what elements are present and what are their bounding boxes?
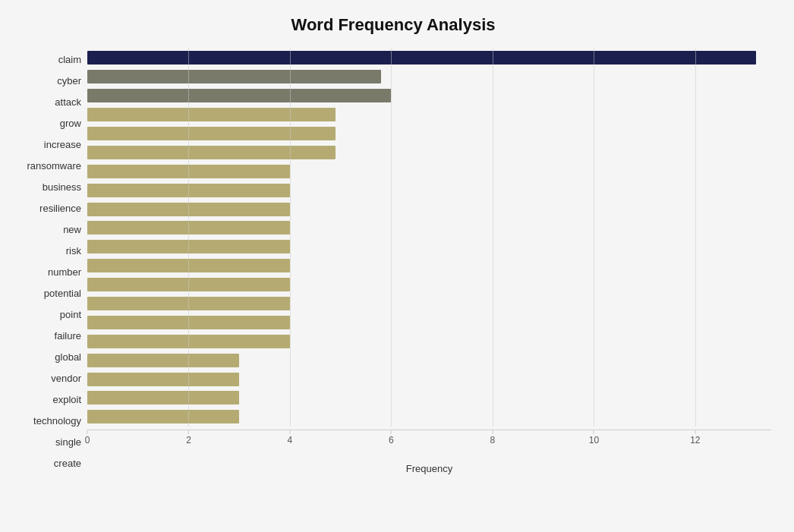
- bar: [87, 70, 381, 83]
- x-tick-line: [492, 430, 493, 434]
- grid-line: [290, 49, 291, 427]
- bar: [87, 203, 290, 216]
- grid-line: [188, 49, 189, 427]
- bar: [87, 89, 391, 102]
- bar-row: [87, 125, 771, 142]
- y-label: failure: [55, 328, 81, 345]
- y-label: technology: [33, 413, 81, 430]
- x-tick-label: 0: [85, 435, 90, 445]
- bar: [87, 297, 290, 310]
- x-axis: 024681012: [87, 430, 771, 460]
- y-label: create: [54, 455, 81, 472]
- bar: [87, 51, 756, 65]
- y-label: potential: [44, 285, 81, 302]
- y-label: number: [48, 263, 81, 280]
- bar: [87, 184, 290, 197]
- bar-row: [87, 182, 771, 199]
- y-label: vendor: [51, 370, 81, 387]
- y-label: cyber: [57, 72, 81, 89]
- bar: [87, 221, 290, 235]
- bar-row: [87, 352, 771, 369]
- bars-container: [87, 49, 771, 427]
- y-label: resilience: [39, 200, 81, 216]
- bar: [87, 335, 290, 348]
- y-label: ransomware: [27, 157, 81, 174]
- bar: [87, 278, 290, 291]
- x-tick-label: 10: [589, 435, 599, 445]
- bar-row: [87, 257, 771, 274]
- plot-area: 024681012 Frequency: [87, 49, 771, 474]
- grid-line: [695, 49, 696, 427]
- bar-row: [87, 295, 771, 312]
- bar-row: [87, 408, 771, 425]
- x-tick-label: 4: [288, 435, 293, 445]
- bar-row: [87, 68, 771, 85]
- bar-row: [87, 333, 771, 350]
- x-axis-label: Frequency: [87, 463, 771, 474]
- bar: [87, 146, 336, 159]
- bar-row: [87, 219, 771, 236]
- x-tick-line: [695, 430, 695, 434]
- y-label: grow: [60, 115, 81, 131]
- bar-row: [87, 163, 771, 180]
- bar: [87, 316, 290, 329]
- bar-row: [87, 201, 771, 218]
- y-label: exploit: [52, 392, 81, 408]
- y-label: global: [55, 349, 81, 366]
- bar: [87, 391, 239, 405]
- bar: [87, 354, 239, 367]
- bar: [87, 373, 239, 386]
- bar-row: [87, 371, 771, 388]
- x-tick-label: 12: [690, 435, 700, 445]
- x-tick-line: [289, 430, 290, 434]
- bar-row: [87, 49, 771, 66]
- x-tick-label: 6: [389, 435, 394, 445]
- x-tick-label: 2: [186, 435, 191, 445]
- grid-line: [493, 49, 493, 427]
- bar: [87, 240, 290, 253]
- x-tick-label: 8: [490, 435, 496, 445]
- x-tick-line: [87, 430, 88, 434]
- bar: [87, 410, 239, 423]
- chart-title: Word Frequency Analysis: [15, 15, 771, 35]
- bar-row: [87, 314, 771, 331]
- y-label: increase: [44, 136, 81, 153]
- bar-row: [87, 389, 771, 406]
- chart-area: claimcyberattackgrowincreaseransomwarebu…: [15, 49, 771, 474]
- y-axis: claimcyberattackgrowincreaseransomwarebu…: [15, 49, 87, 474]
- x-tick-line: [594, 430, 594, 434]
- bar-row: [87, 276, 771, 293]
- y-label: point: [60, 307, 81, 323]
- bar-row: [87, 87, 771, 104]
- y-label: claim: [58, 51, 81, 68]
- bar-row: [87, 238, 771, 255]
- chart-container: Word Frequency Analysis claimcyberattack…: [0, 0, 794, 532]
- y-label: business: [43, 178, 81, 195]
- bar: [87, 165, 290, 178]
- y-label: new: [63, 221, 81, 238]
- grid-line: [391, 49, 392, 427]
- grid-line: [594, 49, 594, 427]
- y-label: attack: [55, 93, 81, 110]
- bar-row: [87, 106, 771, 123]
- y-label: single: [55, 434, 81, 451]
- bar: [87, 108, 336, 121]
- bar: [87, 127, 336, 140]
- x-tick-line: [188, 430, 189, 434]
- bar-row: [87, 144, 771, 161]
- x-tick-line: [391, 430, 392, 434]
- bar: [87, 259, 290, 272]
- y-label: risk: [66, 242, 81, 259]
